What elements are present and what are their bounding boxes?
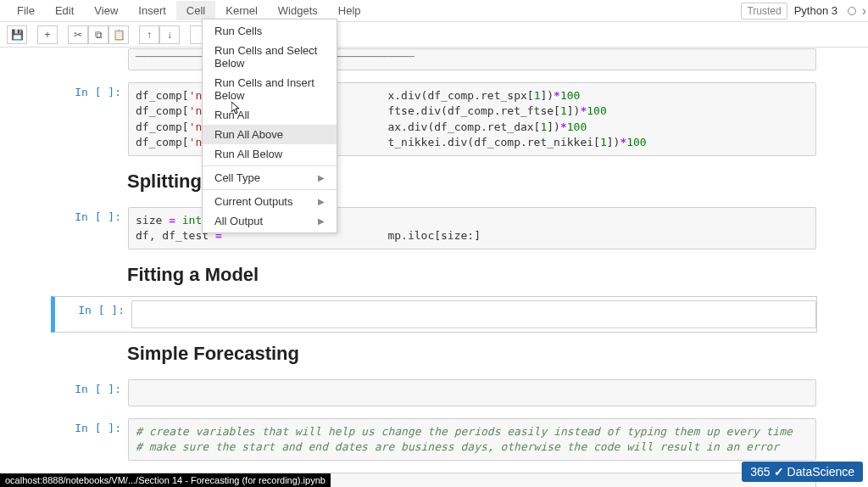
- cell-prompt: In [ ]:: [52, 82, 128, 156]
- code-cell[interactable]: In [ ]: # create variables that will hel…: [51, 414, 817, 465]
- run-cells-item[interactable]: Run Cells: [203, 21, 337, 41]
- markdown-cell[interactable]: Fitting a Model: [51, 257, 817, 293]
- chevron-right-icon: ▶: [318, 173, 325, 182]
- run-all-below-item[interactable]: Run All Below: [203, 144, 337, 164]
- all-output-item[interactable]: All Output▶: [203, 211, 337, 231]
- heading-forecasting: Simple Forecasting: [127, 343, 817, 365]
- kernel-status-icon: [848, 7, 856, 15]
- menubar-right: Trusted Python 3: [741, 3, 861, 20]
- menu-kernel[interactable]: Kernel: [215, 1, 268, 20]
- chevron-right-icon: ▶: [318, 216, 325, 226]
- move-down-button[interactable]: ↓: [159, 25, 180, 44]
- code-cell[interactable]: In [ ]: ────────────────────────────────…: [51, 44, 817, 75]
- add-cell-button[interactable]: +: [37, 25, 58, 44]
- code-cell[interactable]: In [ ]: size = int(le df, df_test = xxxx…: [51, 203, 817, 254]
- datascience-logo: 365✓DataScience: [742, 462, 863, 482]
- copy-button[interactable]: ⧉: [88, 25, 108, 44]
- save-button[interactable]: 💾: [7, 25, 27, 44]
- status-bar: ocalhost:8888/notebooks/VM/.../Section 1…: [0, 473, 331, 487]
- markdown-cell[interactable]: Simple Forecasting: [51, 336, 817, 372]
- code-cell-selected[interactable]: In [ ]:: [51, 296, 817, 332]
- menu-view[interactable]: View: [84, 1, 128, 20]
- code-cell[interactable]: In [ ]:: [51, 375, 817, 411]
- menu-help[interactable]: Help: [328, 1, 371, 20]
- move-up-button[interactable]: ↑: [139, 25, 159, 44]
- current-outputs-item[interactable]: Current Outputs▶: [203, 192, 337, 211]
- menubar-left: File Edit View Insert Cell Kernel Widget…: [7, 1, 371, 20]
- chevron-right-icon[interactable]: ›: [862, 3, 866, 19]
- run-cells-insert-below-item[interactable]: Run Cells and Insert Below: [203, 73, 337, 105]
- chevron-right-icon: ▶: [318, 197, 325, 206]
- notebook-container: In [ ]: ────────────────────────────────…: [0, 44, 868, 487]
- menu-file[interactable]: File: [7, 1, 45, 20]
- code-input[interactable]: [128, 379, 816, 406]
- menu-widgets[interactable]: Widgets: [268, 1, 328, 20]
- cut-button[interactable]: ✂: [68, 25, 88, 44]
- menu-cell[interactable]: Cell: [176, 1, 215, 20]
- cell-prompt: In [ ]:: [52, 379, 128, 406]
- run-all-item[interactable]: Run All: [203, 105, 337, 125]
- markdown-cell[interactable]: Splitting t: [51, 164, 817, 199]
- cell-type-item[interactable]: Cell Type▶: [203, 168, 337, 188]
- cell-prompt: In [ ]:: [52, 207, 128, 249]
- run-all-above-item[interactable]: Run All Above: [203, 125, 337, 144]
- code-input[interactable]: # create variables that will help us cha…: [128, 418, 816, 461]
- heading-fitting: Fitting a Model: [127, 264, 817, 286]
- menu-separator: [203, 189, 337, 190]
- code-input[interactable]: [131, 300, 816, 327]
- menu-edit[interactable]: Edit: [45, 1, 84, 20]
- menu-insert[interactable]: Insert: [128, 1, 176, 20]
- cell-prompt: In [ ]:: [52, 418, 128, 461]
- run-cells-select-below-item[interactable]: Run Cells and Select Below: [203, 41, 337, 73]
- kernel-name[interactable]: Python 3: [794, 4, 837, 17]
- code-cell[interactable]: In [ ]: df_comp['normxxxxxxxxxxxxxxxxxxx…: [51, 78, 817, 160]
- trusted-badge[interactable]: Trusted: [741, 3, 787, 20]
- menu-separator: [203, 165, 337, 166]
- cell-menu-dropdown: Run Cells Run Cells and Select Below Run…: [202, 19, 337, 233]
- menubar: File Edit View Insert Cell Kernel Widget…: [0, 0, 868, 22]
- paste-button[interactable]: 📋: [108, 25, 129, 44]
- cell-prompt: In [ ]:: [55, 300, 131, 327]
